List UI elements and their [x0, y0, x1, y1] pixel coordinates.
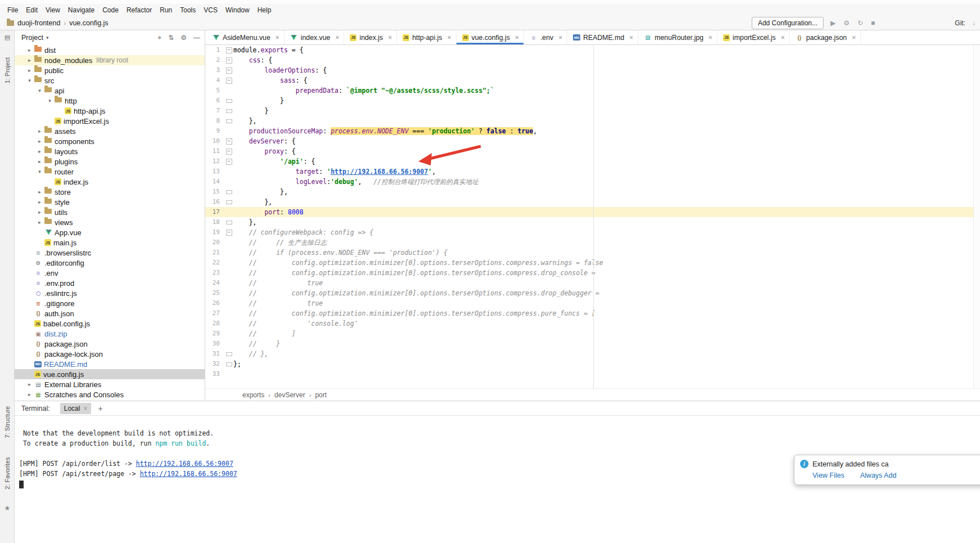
tree-item-External Libraries[interactable]: ▸▤External Libraries: [15, 379, 205, 389]
tree-item-node_modules[interactable]: ▸node_moduleslibrary root: [15, 55, 205, 65]
editor-tab-package.json[interactable]: {}package.json×: [790, 30, 861, 44]
editor-tab-importExcel.js[interactable]: JSimportExcel.js×: [717, 30, 790, 44]
line-number[interactable]: 4: [205, 75, 224, 86]
code-line[interactable]: 33: [205, 369, 980, 379]
terminal-tab-local[interactable]: Local ×: [60, 403, 92, 414]
menu-code[interactable]: Code: [98, 6, 123, 14]
tree-item-layouts[interactable]: ▸layouts: [15, 146, 205, 156]
close-icon[interactable]: ×: [558, 34, 562, 42]
fold-marker-icon[interactable]: [224, 217, 233, 227]
line-number[interactable]: 33: [205, 369, 224, 379]
project-panel-title[interactable]: Project: [21, 34, 43, 42]
code-editor[interactable]: 1module.exports = {2 css: {3 loaderOptio…: [205, 45, 980, 388]
fold-marker-icon[interactable]: [224, 45, 233, 55]
chevron-closed-icon[interactable]: ▸: [26, 57, 33, 63]
code-line[interactable]: 7 }: [205, 106, 980, 116]
code-line[interactable]: 19 // configureWebpack: config => {: [205, 227, 980, 237]
chevron-open-icon[interactable]: ▾: [46, 98, 53, 104]
editor-tab-http-api.js[interactable]: JShttp-api.js×: [397, 30, 456, 44]
terminal-link[interactable]: http://192.168.66.56:9007: [136, 460, 233, 468]
code-line[interactable]: 26 // true: [205, 298, 980, 308]
chevron-open-icon[interactable]: ▾: [36, 169, 43, 174]
tree-item-plugins[interactable]: ▸plugins: [15, 156, 205, 167]
chevron-closed-icon[interactable]: ▸: [36, 128, 43, 134]
editor-tab-index.vue[interactable]: index.vue×: [284, 30, 345, 44]
tree-item-package.json[interactable]: {}package.json: [15, 339, 205, 349]
fold-marker-icon[interactable]: [224, 197, 233, 207]
project-tool-icon[interactable]: ▤: [0, 34, 15, 41]
chevron-closed-icon[interactable]: ▸: [36, 159, 43, 164]
line-number[interactable]: 23: [205, 268, 224, 278]
tree-item-auth.json[interactable]: {}auth.json: [15, 308, 205, 318]
menu-refactor[interactable]: Refactor: [123, 6, 156, 14]
code-line[interactable]: 1module.exports = {: [205, 45, 980, 55]
line-number[interactable]: 3: [205, 65, 224, 75]
line-number[interactable]: 30: [205, 339, 224, 349]
code-line[interactable]: 32};: [205, 359, 980, 369]
close-icon[interactable]: ×: [708, 34, 712, 42]
line-number[interactable]: 10: [205, 136, 224, 146]
fold-marker-icon[interactable]: [224, 55, 233, 65]
line-number[interactable]: 27: [205, 308, 224, 318]
tree-item-public[interactable]: ▸public: [15, 65, 205, 75]
rerun-icon[interactable]: ↻: [857, 19, 863, 27]
code-line[interactable]: 4 sass: {: [205, 75, 980, 86]
line-number[interactable]: 19: [205, 227, 224, 237]
tree-item-dist[interactable]: ▸dist: [15, 45, 205, 55]
code-line[interactable]: 31 // },: [205, 349, 980, 359]
chevron-closed-icon[interactable]: ▸: [36, 209, 43, 215]
editor-scrollbar[interactable]: [973, 45, 980, 388]
close-icon[interactable]: ×: [388, 34, 392, 42]
tree-item-http-api.js[interactable]: JShttp-api.js: [15, 106, 205, 116]
fold-marker-icon[interactable]: [224, 187, 233, 197]
settings-gear-icon[interactable]: ⚙: [180, 34, 187, 42]
tree-item-api[interactable]: ▾api: [15, 86, 205, 96]
tree-item-.gitignore[interactable]: ≣.gitignore: [15, 298, 205, 308]
code-line[interactable]: 2 css: {: [205, 55, 980, 65]
tree-item-views[interactable]: ▸views: [15, 217, 205, 227]
tool-button-project[interactable]: 1: Project: [0, 45, 15, 96]
editor-tab-.env[interactable]: ≡.env×: [524, 30, 567, 44]
fold-marker-icon[interactable]: [224, 227, 233, 237]
code-line[interactable]: 28 // 'console.log': [205, 318, 980, 329]
tree-item-style[interactable]: ▸style: [15, 197, 205, 207]
close-icon[interactable]: ×: [335, 34, 339, 42]
code-line[interactable]: 21 // if (process.env.NODE_ENV === 'prod…: [205, 248, 980, 258]
run-icon[interactable]: ▶: [830, 19, 836, 27]
tree-item-README.md[interactable]: MDREADME.md: [15, 359, 205, 369]
line-number[interactable]: 7: [205, 106, 224, 116]
code-line[interactable]: 25 // config.optimization.minimizer[0].o…: [205, 288, 980, 298]
code-line[interactable]: 23 // config.optimization.minimizer[0].o…: [205, 268, 980, 278]
fold-marker-icon[interactable]: [224, 96, 233, 106]
menu-help[interactable]: Help: [254, 6, 276, 14]
code-line[interactable]: 30 // }: [205, 339, 980, 349]
code-line[interactable]: 27 // config.optimization.minimizer[0].o…: [205, 308, 980, 318]
tree-item-store[interactable]: ▸store: [15, 187, 205, 197]
fold-marker-icon[interactable]: [224, 146, 233, 156]
menu-navigate[interactable]: Navigate: [64, 6, 98, 14]
locate-file-icon[interactable]: ⌖: [157, 34, 161, 42]
tree-item-Scratches and Consoles[interactable]: ▸▦Scratches and Consoles: [15, 389, 205, 400]
line-number[interactable]: 11: [205, 146, 224, 156]
chevron-down-icon[interactable]: ▾: [46, 35, 49, 41]
chevron-closed-icon[interactable]: ▸: [36, 138, 43, 144]
git-update-icon[interactable]: ↓: [972, 19, 976, 27]
favorites-star-icon[interactable]: ★: [0, 504, 15, 512]
tree-item-App.vue[interactable]: App.vue: [15, 227, 205, 237]
menu-file[interactable]: File: [3, 6, 22, 14]
line-number[interactable]: 28: [205, 318, 224, 329]
close-icon[interactable]: ×: [781, 34, 785, 42]
code-line[interactable]: 22 // config.optimization.minimizer[0].o…: [205, 258, 980, 268]
debug-icon[interactable]: ⚙: [843, 19, 850, 27]
new-terminal-icon[interactable]: +: [98, 404, 102, 413]
line-number[interactable]: 6: [205, 96, 224, 106]
tree-item-vue.config.js[interactable]: JSvue.config.js: [15, 369, 205, 379]
line-number[interactable]: 2: [205, 55, 224, 65]
editor-tab-vue.config.js[interactable]: JSvue.config.js×: [457, 30, 524, 44]
editor-tab-index.js[interactable]: JSindex.js×: [344, 30, 397, 44]
line-number[interactable]: 22: [205, 258, 224, 268]
chevron-closed-icon[interactable]: ▸: [26, 47, 33, 53]
tree-item-dist.zip[interactable]: ▣dist.zip: [15, 329, 205, 339]
tree-item-http[interactable]: ▾http: [15, 96, 205, 106]
close-icon[interactable]: ×: [83, 405, 87, 412]
